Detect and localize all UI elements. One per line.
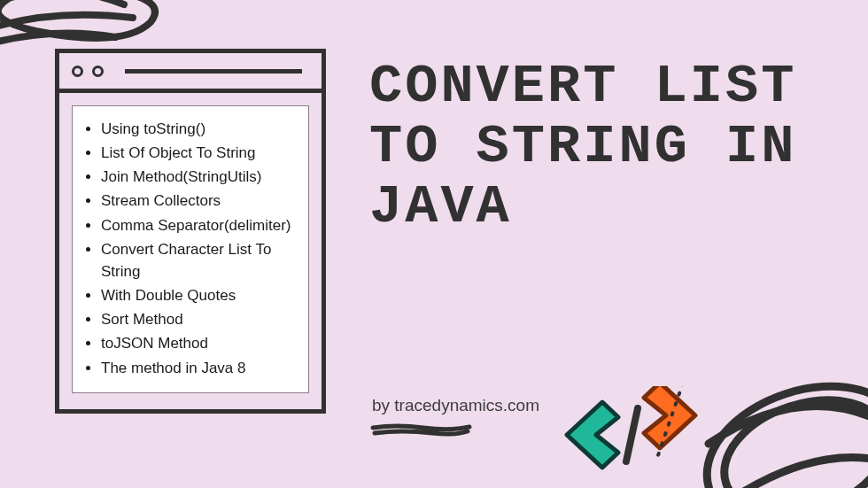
list-item: Sort Method [101, 307, 299, 331]
code-brackets-icon [554, 386, 731, 484]
page-title: CONVERT LIST TO STRING IN JAVA [369, 57, 848, 238]
underline-decoration [370, 422, 472, 438]
window-control-dot [92, 66, 104, 77]
window-address-line [125, 69, 302, 74]
list-item: List Of Object To String [101, 141, 299, 165]
browser-title-bar [59, 53, 322, 93]
list-item: Join Method(StringUtils) [101, 165, 299, 189]
list-item: With Double Quotes [101, 283, 299, 307]
browser-window-card: Using toString() List Of Object To Strin… [55, 49, 326, 414]
topics-panel: Using toString() List Of Object To Strin… [72, 105, 309, 393]
svg-line-2 [626, 408, 638, 461]
list-item: Stream Collectors [101, 189, 299, 213]
window-control-dot [72, 66, 83, 77]
list-item: Using toString() [101, 117, 299, 141]
list-item: Convert Character List To String [101, 237, 299, 283]
list-item: The method in Java 8 [101, 356, 299, 380]
byline: by tracedynamics.com [372, 396, 539, 415]
topics-list: Using toString() List Of Object To Strin… [81, 117, 299, 380]
list-item: toJSON Method [101, 331, 299, 355]
list-item: Comma Separator(delimiter) [101, 213, 299, 237]
